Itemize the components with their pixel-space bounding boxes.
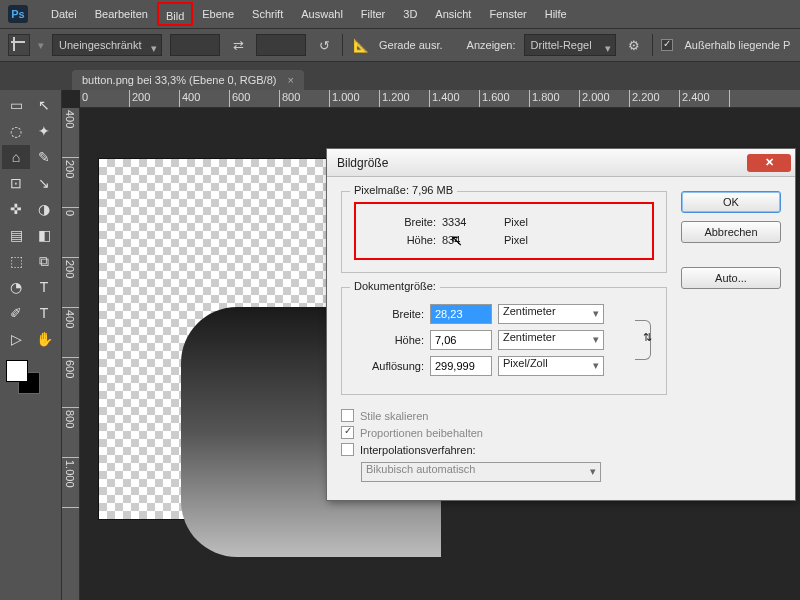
- tool-healing[interactable]: ⊡: [2, 171, 30, 195]
- scale-styles-row: Stile skalieren: [341, 409, 667, 422]
- close-button[interactable]: ✕: [747, 154, 791, 172]
- menu-auswahl[interactable]: Auswahl: [292, 0, 352, 28]
- auto-button[interactable]: Auto...: [681, 267, 781, 289]
- menu-hilfe[interactable]: Hilfe: [536, 0, 576, 28]
- tool-type[interactable]: T: [30, 275, 58, 299]
- cancel-button[interactable]: Abbrechen: [681, 221, 781, 243]
- doc-res-unit-dropdown[interactable]: Pixel/Zoll: [498, 356, 604, 376]
- document-tab-title: button.png bei 33,3% (Ebene 0, RGB/8): [82, 74, 276, 86]
- menu-3d[interactable]: 3D: [394, 0, 426, 28]
- tool-move[interactable]: ▭: [2, 93, 30, 117]
- clear-icon[interactable]: ↺: [314, 35, 334, 55]
- pixel-size-highlight: Breite: 3334 Pixel Höhe: 834 Pixel: [354, 202, 654, 260]
- close-tab-icon[interactable]: ×: [288, 74, 294, 86]
- tool-arrow[interactable]: ↖: [30, 93, 58, 117]
- toolbox: ▭ ↖ ◌ ✦ ⌂ ✎ ⊡ ↘ ✜ ◑ ▤ ◧ ⬚ ⧉ ◔ T ✐ T ▷ ✋: [0, 90, 62, 600]
- tool-zoom[interactable]: ✋: [30, 327, 58, 351]
- interpolation-checkbox[interactable]: [341, 443, 354, 456]
- pixel-size-legend: Pixelmaße: 7,96 MB: [350, 184, 457, 196]
- menu-bearbeiten[interactable]: Bearbeiten: [86, 0, 157, 28]
- document-tab-bar: button.png bei 33,3% (Ebene 0, RGB/8) ×: [0, 62, 800, 90]
- image-size-dialog: Bildgröße ✕ Pixelmaße: 7,96 MB Breite: 3…: [326, 148, 796, 501]
- straighten-label: Gerade ausr.: [379, 39, 443, 51]
- tool-lasso[interactable]: ◌: [2, 119, 30, 143]
- swap-icon[interactable]: ⇄: [228, 35, 248, 55]
- tool-pen[interactable]: ◔: [2, 275, 30, 299]
- app-logo: Ps: [8, 5, 28, 23]
- menu-ansicht[interactable]: Ansicht: [426, 0, 480, 28]
- pixel-size-group: Pixelmaße: 7,96 MB Breite: 3334 Pixel Hö…: [341, 191, 667, 273]
- doc-height-label: Höhe:: [354, 334, 424, 346]
- ok-button[interactable]: OK: [681, 191, 781, 213]
- doc-height-unit-dropdown[interactable]: Zentimeter: [498, 330, 604, 350]
- interpolation-row[interactable]: Interpolationsverfahren:: [341, 443, 667, 456]
- menu-bar: Ps Datei Bearbeiten Bild Ebene Schrift A…: [0, 0, 800, 28]
- menu-datei[interactable]: Datei: [42, 0, 86, 28]
- constrain-checkbox: [341, 426, 354, 439]
- menu-bild[interactable]: Bild: [157, 2, 193, 26]
- doc-size-legend: Dokumentgröße:: [350, 280, 440, 292]
- view-dropdown[interactable]: Drittel-Regel: [524, 34, 616, 56]
- dialog-titlebar[interactable]: Bildgröße ✕: [327, 149, 795, 177]
- px-width-unit: Pixel: [504, 216, 554, 228]
- doc-width-label: Breite:: [354, 308, 424, 320]
- vertical-ruler: 40020002004006008001.000: [62, 108, 80, 600]
- document-size-group: Dokumentgröße: Breite: Zentimeter Höhe: …: [341, 287, 667, 395]
- dialog-title: Bildgröße: [337, 156, 747, 170]
- menu-fenster[interactable]: Fenster: [480, 0, 535, 28]
- constrain-row: Proportionen beibehalten: [341, 426, 667, 439]
- px-height-label: Höhe:: [366, 234, 436, 246]
- crop-width-input[interactable]: [170, 34, 220, 56]
- tool-eyedropper[interactable]: ✎: [30, 145, 58, 169]
- doc-res-label: Auflösung:: [354, 360, 424, 372]
- fg-color[interactable]: [6, 360, 28, 382]
- tool-history[interactable]: ◑: [30, 197, 58, 221]
- doc-height-input[interactable]: [430, 330, 492, 350]
- tool-wand[interactable]: ✦: [30, 119, 58, 143]
- menu-filter[interactable]: Filter: [352, 0, 394, 28]
- crop-tool-icon: [8, 34, 30, 56]
- tool-hand[interactable]: ▷: [2, 327, 30, 351]
- view-label: Anzeigen:: [467, 39, 516, 51]
- px-height-unit: Pixel: [504, 234, 554, 246]
- gear-icon[interactable]: ⚙: [624, 35, 644, 55]
- options-bar: ▾ Uneingeschränkt ⇄ ↺ 📐 Gerade ausr. Anz…: [0, 28, 800, 62]
- color-swatches[interactable]: [6, 360, 40, 394]
- outside-crop-checkbox[interactable]: [661, 39, 673, 51]
- horizontal-ruler: 02004006008001.0001.2001.4001.6001.8002.…: [80, 90, 800, 108]
- doc-width-input[interactable]: [430, 304, 492, 324]
- scale-styles-checkbox: [341, 409, 354, 422]
- px-width-value: 3334: [442, 216, 498, 228]
- menu-ebene[interactable]: Ebene: [193, 0, 243, 28]
- doc-res-input[interactable]: [430, 356, 492, 376]
- px-height-value: 834: [442, 234, 498, 246]
- tool-dodge[interactable]: ⧉: [30, 249, 58, 273]
- tool-path[interactable]: ✐: [2, 301, 30, 325]
- interpolation-method-dropdown: Bikubisch automatisch: [361, 462, 601, 482]
- link-icon[interactable]: [635, 320, 651, 360]
- straighten-icon[interactable]: 📐: [351, 35, 371, 55]
- tool-blur[interactable]: ⬚: [2, 249, 30, 273]
- tool-shape[interactable]: T: [30, 301, 58, 325]
- tool-stamp[interactable]: ✜: [2, 197, 30, 221]
- tool-eraser[interactable]: ▤: [2, 223, 30, 247]
- tool-gradient[interactable]: ◧: [30, 223, 58, 247]
- outside-crop-label: Außerhalb liegende P: [685, 39, 791, 51]
- doc-width-unit-dropdown[interactable]: Zentimeter: [498, 304, 604, 324]
- tool-brush[interactable]: ↘: [30, 171, 58, 195]
- document-tab[interactable]: button.png bei 33,3% (Ebene 0, RGB/8) ×: [72, 70, 304, 90]
- crop-height-input[interactable]: [256, 34, 306, 56]
- ratio-dropdown[interactable]: Uneingeschränkt: [52, 34, 162, 56]
- menu-schrift[interactable]: Schrift: [243, 0, 292, 28]
- tool-crop[interactable]: ⌂: [2, 145, 30, 169]
- px-width-label: Breite:: [366, 216, 436, 228]
